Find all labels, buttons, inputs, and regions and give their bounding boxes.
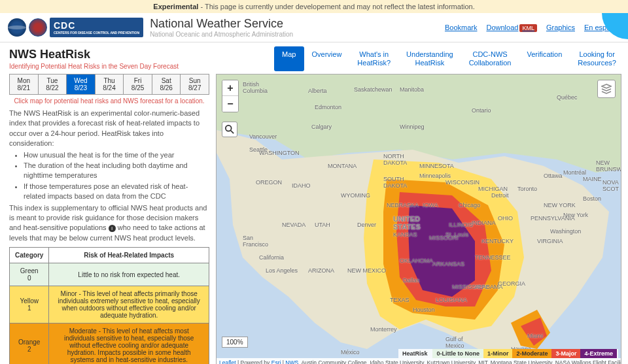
leaflet-link[interactable]: Leaflet xyxy=(219,359,236,364)
desc-bullet: If those temperatures pose an elevated r… xyxy=(24,182,209,202)
esri-link[interactable]: Esri xyxy=(271,359,281,364)
nav-tab[interactable]: Map xyxy=(274,46,304,71)
nav-tab[interactable]: Looking forResources? xyxy=(570,46,624,71)
svg-line-2 xyxy=(231,131,234,133)
layers-icon xyxy=(601,84,612,94)
scale-indicator: 100% xyxy=(222,337,248,348)
nav-tab[interactable]: Verification xyxy=(519,46,570,71)
info-icon[interactable]: i xyxy=(109,225,116,232)
kml-badge: KML xyxy=(519,24,537,32)
risk-category: Green0 xyxy=(10,263,49,286)
day-tab-8-27[interactable]: Sun8/27 xyxy=(181,74,209,94)
nav-tab[interactable]: Overview xyxy=(304,46,350,71)
page-title: NWS HeatRisk xyxy=(9,48,209,61)
day-tab-8-24[interactable]: Thu8/24 xyxy=(96,74,124,94)
desc-bullet: How unusual the heat is for the time of … xyxy=(24,150,209,160)
right-panel: MapOverviewWhat's inHeatRisk?Understandi… xyxy=(216,42,628,364)
map-legend: HeatRisk 0-Little to None1-Minor2-Modera… xyxy=(398,349,618,358)
day-tab-8-26[interactable]: Sat8/26 xyxy=(152,74,181,94)
nws-link[interactable]: NWS xyxy=(285,359,298,364)
map-container[interactable]: BritishColumbiaAlbertaSaskatchewanManito… xyxy=(216,74,621,364)
day-tab-8-23[interactable]: Wed8/23 xyxy=(67,74,96,94)
risk-description: Moderate - This level of heat affects mo… xyxy=(49,323,209,364)
nav-tab[interactable]: CDC-NWSCollaboration xyxy=(461,46,519,71)
top-links: Bookmark DownloadKML Graphics En español xyxy=(445,24,620,31)
risk-category: Orange2 xyxy=(10,323,49,364)
desc-p1: The NWS HeatRisk is an experimental colo… xyxy=(9,109,200,147)
nav-tab[interactable]: UnderstandingHeatRisk xyxy=(398,46,461,71)
risk-th-impacts: Risk of Heat-Related Impacts xyxy=(49,248,209,263)
bookmark-link[interactable]: Bookmark xyxy=(445,24,478,31)
legend-title: HeatRisk xyxy=(400,350,430,357)
legend-item: 3-Major xyxy=(551,349,580,358)
search-icon xyxy=(225,125,234,134)
risk-th-category: Category xyxy=(10,248,49,263)
day-tab-8-22[interactable]: Tue8/22 xyxy=(39,74,67,94)
legend-item: 0-Little to None xyxy=(432,349,483,358)
noaa-logo-icon[interactable] xyxy=(8,18,26,37)
click-map-hint: Click map for potential heat risks and N… xyxy=(9,97,209,105)
risk-description: Minor - This level of heat affects prima… xyxy=(49,286,209,323)
risk-row: Orange2Moderate - This level of heat aff… xyxy=(10,323,209,364)
day-tab-8-21[interactable]: Mon8/21 xyxy=(10,74,39,94)
experimental-banner: Experimental - This page is currently un… xyxy=(0,0,628,13)
risk-category: Yellow1 xyxy=(10,286,49,323)
legend-item: 4-Extreme xyxy=(580,349,617,358)
risk-row: Yellow1Minor - This level of heat affect… xyxy=(10,286,209,323)
zoom-in-button[interactable]: + xyxy=(222,80,238,96)
agency-title: National Weather Service xyxy=(150,17,293,31)
nws-logo-icon[interactable] xyxy=(29,18,47,37)
graphics-link[interactable]: Graphics xyxy=(546,24,575,31)
zoom-out-button[interactable]: − xyxy=(222,96,238,112)
download-link[interactable]: DownloadKML xyxy=(486,24,536,31)
banner-text: - This page is currently under developem… xyxy=(198,3,474,10)
main: NWS HeatRisk Identifying Potential Heat … xyxy=(0,42,628,364)
usa-gov-badge-icon xyxy=(602,13,628,39)
zoom-control: + − xyxy=(222,80,239,112)
day-tabs: Mon8/21Tue8/22Wed8/23Thu8/24Fri8/25Sat8/… xyxy=(9,74,209,95)
svg-point-1 xyxy=(226,125,232,131)
map-search-button[interactable] xyxy=(222,122,237,137)
header-title-block: National Weather Service National Oceani… xyxy=(150,17,293,38)
agency-subtitle: National Oceanic and Atmospheric Adminis… xyxy=(150,31,293,38)
legend-item: 1-Minor xyxy=(483,349,513,358)
risk-table: Category Risk of Heat-Related Impacts Gr… xyxy=(9,247,209,364)
description: The NWS HeatRisk is an experimental colo… xyxy=(9,108,209,243)
risk-row: Green0Little to no risk from expected he… xyxy=(10,263,209,286)
layers-button[interactable] xyxy=(597,80,616,98)
desc-bullet: The duration of the heat including both … xyxy=(24,161,209,181)
nav-tab[interactable]: What's inHeatRisk? xyxy=(349,46,398,71)
cdc-logo[interactable]: CDCCENTERS FOR DISEASE CONTROL AND PREVE… xyxy=(50,18,143,37)
page-subtitle: Identifying Potential Heat Risks in the … xyxy=(9,63,209,70)
map-attribution: Leaflet | Powered by Esri | NWS, Austin … xyxy=(217,358,621,364)
left-panel: NWS HeatRisk Identifying Potential Heat … xyxy=(0,42,216,364)
nav-tabs: MapOverviewWhat's inHeatRisk?Understandi… xyxy=(216,46,624,71)
legend-item: 2-Moderate xyxy=(512,349,551,358)
day-tab-8-25[interactable]: Fri8/25 xyxy=(124,74,152,94)
logo-group: CDCCENTERS FOR DISEASE CONTROL AND PREVE… xyxy=(8,18,143,37)
header: CDCCENTERS FOR DISEASE CONTROL AND PREVE… xyxy=(0,13,628,42)
risk-description: Little to no risk from expected heat. xyxy=(49,263,209,286)
heatrisk-overlay xyxy=(217,74,621,364)
banner-label: Experimental xyxy=(153,3,198,10)
